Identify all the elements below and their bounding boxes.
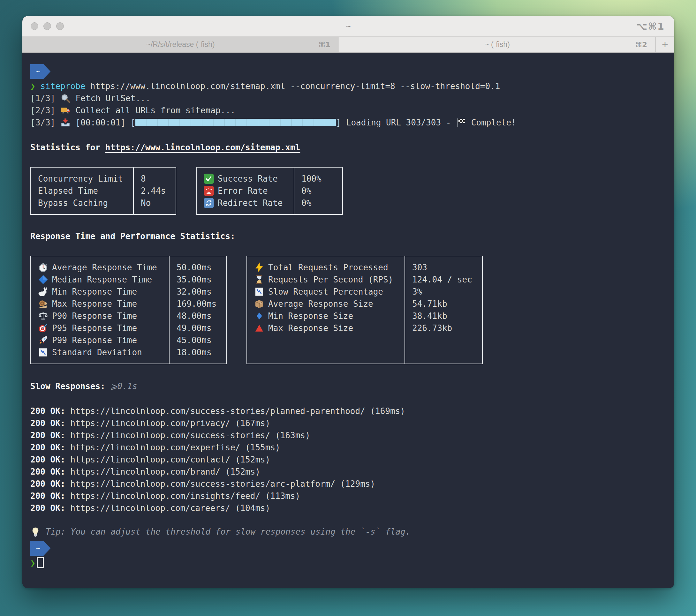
stat-value: 226.73kb (412, 322, 452, 334)
package-icon (254, 299, 264, 309)
stat-value: 45.00ms (177, 334, 212, 346)
statistics-heading-text: Statistics for (30, 143, 100, 152)
stat-label: Min Response Time (52, 286, 137, 298)
tip-line: Tip: You can adjust the threshold for sl… (30, 526, 665, 538)
minimize-button[interactable] (44, 22, 51, 30)
stat-label: Success Rate (218, 173, 278, 185)
tab-label: ~ (-fish) (485, 40, 510, 49)
slow-response-row: 200 OK: https://lincolnloop.com/success-… (30, 405, 665, 417)
slow-url: https://lincolnloop.com/insights/feed/ (70, 491, 260, 501)
performance-heading: Response Time and Performance Statistics… (30, 230, 665, 242)
stat-label: Median Response Time (52, 274, 152, 286)
stat-label: Min Response Size (268, 310, 353, 322)
stat-label: Error Rate (218, 185, 268, 197)
step-index: [2/3] (30, 106, 55, 115)
response-time-table: Average Response TimeMedian Response Tim… (30, 256, 227, 364)
prompt-symbol: ❯ (30, 558, 35, 568)
terminal-cursor (37, 557, 44, 568)
slow-url: https://lincolnloop.com/careers/ (70, 503, 230, 513)
status-code: 200 OK: (30, 467, 65, 476)
status-code: 200 OK: (30, 479, 65, 489)
stat-value: 3% (412, 286, 422, 298)
diamond-small-icon (254, 311, 264, 321)
command-args: https://www.lincolnloop.com/sitemap.xml … (90, 81, 500, 91)
command-binary: siteprobe (40, 81, 85, 91)
truck-icon (60, 105, 70, 115)
slow-response-row: 200 OK: https://lincolnloop.com/careers/… (30, 502, 665, 514)
stat-label: Requests Per Second (RPS) (268, 274, 393, 286)
stat-label: Concurrency Limit (38, 173, 123, 185)
chart-down-icon (254, 287, 264, 297)
lightning-icon (254, 262, 264, 273)
new-tab-button[interactable]: + (655, 37, 674, 52)
sitemap-url-link[interactable]: https://www.lincolnloop.com/sitemap.xml (105, 143, 300, 152)
zoom-button[interactable] (56, 22, 64, 30)
slow-response-row: 200 OK: https://lincolnloop.com/success-… (30, 478, 665, 490)
summary-tables-row: Concurrency LimitElapsed TimeBypass Cach… (30, 167, 665, 215)
rocket-icon (38, 335, 48, 345)
progress-label: Loading URL 303/303 - (346, 118, 451, 127)
stat-label: Average Response Size (268, 298, 373, 310)
response-time: (152ms) (235, 455, 270, 465)
slow-url: https://lincolnloop.com/privacy/ (70, 418, 230, 428)
stat-label: P99 Response Time (52, 334, 137, 346)
status-code: 200 OK: (30, 418, 65, 428)
traffic-lights (31, 16, 64, 36)
terminal-content[interactable]: ~ ❯ siteprobe https://www.lincolnloop.co… (22, 53, 674, 588)
slow-threshold-value: ⩾0.1s (110, 382, 137, 391)
step-text: Collect all URLs from sitemap... (76, 106, 236, 115)
close-button[interactable] (31, 22, 38, 30)
diamond-large-icon (38, 275, 48, 285)
check-icon (204, 174, 214, 184)
response-time: (169ms) (370, 406, 405, 416)
stat-label: P95 Response Time (52, 322, 137, 334)
stat-value: 100% (301, 173, 321, 185)
chart-down-icon (38, 347, 48, 357)
stat-label: Total Requests Processed (268, 261, 388, 274)
stat-value: 2.44s (141, 185, 166, 197)
response-time: (152ms) (225, 467, 260, 476)
tab-release[interactable]: ~/R/s/t/release (-fish) ⌘1 (22, 37, 339, 52)
stat-label: Average Response Time (52, 261, 157, 274)
response-time: (155ms) (245, 443, 280, 452)
stat-value: 303 (412, 261, 427, 274)
progress-bar (136, 119, 336, 126)
terminal-window: ~ ⌥⌘1 ~/R/s/t/release (-fish) ⌘1 ~ (-fis… (22, 16, 674, 588)
slow-responses-title: Slow Responses: (30, 382, 105, 391)
rabbit-icon (38, 287, 48, 297)
slow-response-row: 200 OK: https://lincolnloop.com/contact/… (30, 454, 665, 466)
slow-url: https://lincolnloop.com/contact/ (70, 455, 230, 465)
stat-label: P90 Response Time (52, 310, 137, 322)
elapsed-time: [00:00:01] (76, 118, 126, 127)
tip-text: Tip: You can adjust the threshold for sl… (46, 527, 411, 536)
slow-url: https://lincolnloop.com/expertise/ (70, 443, 240, 452)
bracket-close: ] (336, 118, 341, 127)
tab-label: ~/R/s/t/release (-fish) (146, 40, 215, 49)
response-time: (113ms) (265, 491, 300, 501)
bottom-prompt: ~ ❯ (30, 538, 665, 569)
magnifier-icon (60, 93, 70, 103)
siren-icon (204, 186, 214, 196)
stat-label: Slow Request Percentage (268, 286, 383, 298)
stat-label: Standard Deviation (52, 346, 142, 358)
status-code: 200 OK: (30, 431, 65, 440)
lightbulb-icon (30, 526, 41, 537)
status-code: 200 OK: (30, 491, 65, 501)
tab-home[interactable]: ~ (-fish) ⌘2 (339, 37, 655, 52)
tab-bar: ~/R/s/t/release (-fish) ⌘1 ~ (-fish) ⌘2 … (22, 37, 674, 53)
stat-value: 35.00ms (177, 274, 212, 286)
response-time: (167ms) (235, 418, 270, 428)
stat-label: Max Response Time (52, 298, 137, 310)
inbox-tray-icon (60, 117, 70, 128)
stat-label: Redirect Rate (218, 197, 283, 209)
status-code: 200 OK: (30, 443, 65, 452)
progress-complete-text: Complete! (471, 118, 516, 127)
stat-value: No (141, 197, 151, 209)
command-line: ❯ siteprobe https://www.lincolnloop.com/… (30, 80, 665, 92)
window-title: ~ (22, 21, 674, 31)
slow-responses-list: 200 OK: https://lincolnloop.com/success-… (30, 405, 665, 514)
prompt-directory-badge: ~ (30, 64, 50, 79)
progress-line: [3/3] [00:00:01] [] Loading URL 303/303 … (30, 116, 665, 129)
slow-url: https://lincolnloop.com/brand/ (70, 467, 220, 476)
tab-shortcut: ⌘1 (319, 40, 330, 49)
